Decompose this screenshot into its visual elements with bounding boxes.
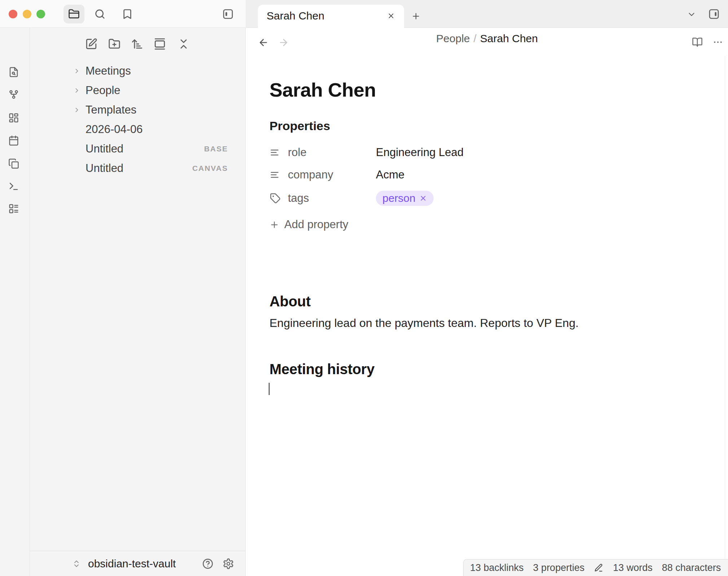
word-count: 13 words [613,562,653,573]
pencil-icon[interactable] [594,563,604,573]
chevron-down-icon[interactable] [687,10,696,19]
graph-icon[interactable] [8,89,19,100]
add-property-button[interactable]: Add property [269,217,348,232]
status-bar: 13 backlinks 3 properties 13 words 88 ch… [463,559,728,576]
folder-label: Meetings [85,61,131,81]
note-label: Untitled [85,139,123,159]
tree-note-daily[interactable]: 2026-04-06 [30,120,245,139]
left-ribbon [0,28,30,576]
file-type-badge: BASE [204,139,228,159]
tab-title: Sarah Chen [267,5,324,27]
tree-folder-templates[interactable]: Templates [30,100,245,120]
tree-base-untitled[interactable]: Untitled BASE [30,139,245,159]
remove-tag-icon[interactable] [419,194,427,202]
properties-count[interactable]: 3 properties [533,562,585,573]
chevrons-up-down-icon [72,559,81,568]
note-label: Untitled [85,159,123,178]
text-icon [270,147,281,158]
book-open-icon[interactable] [692,37,703,48]
titlebar [0,0,246,28]
files-tab-button[interactable] [63,5,84,23]
new-tab-plus-icon[interactable] [411,12,421,21]
backlinks-count[interactable]: 13 backlinks [470,562,524,573]
search-icon[interactable] [94,8,106,20]
chevron-right-icon [73,106,80,114]
file-explorer: Meetings People Templates 2026-04-06 Unt… [30,28,246,576]
tree-folder-meetings[interactable]: Meetings [30,61,245,81]
text-icon [270,169,281,180]
new-folder-icon[interactable] [108,38,120,50]
terminal-icon[interactable] [8,181,19,192]
tab-bar: Sarah Chen [246,0,728,28]
property-name-company[interactable]: company [288,167,367,182]
tree-folder-people[interactable]: People [30,81,245,100]
traffic-light-minimize[interactable] [23,10,31,18]
property-name-tags[interactable]: tags [288,191,367,206]
breadcrumb-current[interactable]: Sarah Chen [480,32,538,44]
file-search-icon[interactable] [8,67,19,77]
panel-right-icon[interactable] [708,8,720,20]
help-icon[interactable] [202,558,214,570]
tree-canvas-untitled[interactable]: Untitled CANVAS [30,159,245,178]
property-name-role[interactable]: role [288,145,367,160]
character-count: 88 characters [662,562,721,573]
more-options-icon[interactable] [712,37,723,48]
folder-label: Templates [85,100,136,120]
tag-icon [270,193,281,204]
property-value-company[interactable]: Acme [376,167,404,182]
about-paragraph[interactable]: Engineering lead on the payments team. R… [269,316,579,330]
traffic-light-close[interactable] [9,10,17,18]
file-tree: Meetings People Templates 2026-04-06 Unt… [30,61,245,178]
scrollbar-track [725,56,725,559]
vault-switcher[interactable]: obsidian-test-vault [30,551,245,576]
layout-list-icon[interactable] [8,203,19,214]
file-type-badge: CANVAS [192,159,228,178]
editor-pane [246,28,728,576]
panel-left-icon[interactable] [222,8,234,20]
about-heading[interactable]: About [269,293,311,310]
bookmark-icon[interactable] [122,8,133,20]
properties-heading[interactable]: Properties [269,119,330,133]
breadcrumb-separator: / [470,32,480,44]
plus-icon [269,220,279,230]
add-property-label: Add property [284,217,348,232]
calendar-icon[interactable] [8,135,19,146]
breadcrumb-parent[interactable]: People [436,32,470,44]
property-value-role[interactable]: Engineering Lead [376,145,464,160]
collapse-all-icon[interactable] [177,38,190,50]
breadcrumb: People/Sarah Chen [246,32,728,45]
obsidian-window: Meetings People Templates 2026-04-06 Unt… [0,0,728,576]
note-label: 2026-04-06 [85,120,143,139]
tab-sarah-chen[interactable]: Sarah Chen [258,5,404,28]
chevron-right-icon [73,87,80,94]
settings-icon[interactable] [223,558,234,570]
tag-label: person [382,192,416,204]
sort-order-icon[interactable] [131,38,143,50]
traffic-light-zoom[interactable] [36,10,45,18]
new-note-icon[interactable] [85,38,97,50]
close-icon[interactable] [387,12,395,20]
meeting-history-heading[interactable]: Meeting history [269,361,374,377]
tag-pill-person[interactable]: person [376,191,434,206]
text-cursor [269,383,269,395]
chevron-right-icon [73,67,80,75]
copy-icon[interactable] [8,158,19,169]
gallery-vertical-icon[interactable] [154,38,166,50]
folder-label: People [85,81,120,100]
vault-name: obsidian-test-vault [88,551,176,576]
folder-icon [68,8,80,20]
note-title[interactable]: Sarah Chen [269,79,376,101]
cards-icon[interactable] [8,112,19,123]
